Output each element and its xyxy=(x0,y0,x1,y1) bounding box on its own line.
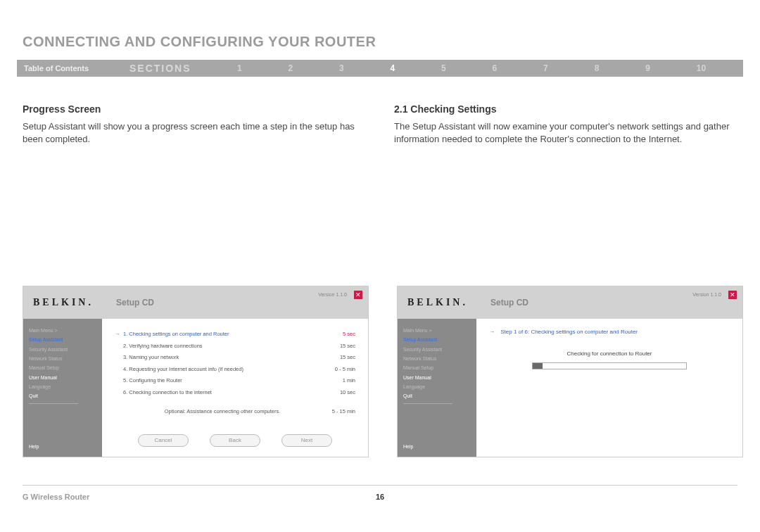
step-row-4: 4. Requesting your Internet account info… xyxy=(115,364,355,376)
page-title: CONNECTING AND CONFIGURING YOUR ROUTER xyxy=(0,0,760,60)
side-setup-assistant[interactable]: Setup Assistant xyxy=(403,335,471,344)
nav-num-6[interactable]: 6 xyxy=(493,63,498,73)
nav-numbers: 1 2 3 4 5 6 7 8 9 10 xyxy=(214,63,743,73)
step-row-5: 5. Configuring the Router 1 min xyxy=(115,375,355,387)
step-time: 0 - 5 min xyxy=(322,364,355,376)
side-security-assistant[interactable]: Security Assistant xyxy=(403,345,471,354)
arrow-icon: → xyxy=(115,329,123,341)
step-row-6: 6. Checking connection to the internet 1… xyxy=(115,387,355,399)
optional-label: Optional: Assistance connecting other co… xyxy=(165,408,281,414)
step-label: Requesting your Internet account info (i… xyxy=(129,364,322,376)
cancel-button[interactable]: Cancel xyxy=(138,434,189,447)
step-label: Checking connection to the internet xyxy=(129,387,322,399)
side-divider xyxy=(403,403,452,404)
shot2-version: Version 1.1.0 xyxy=(692,292,721,297)
side-help[interactable]: Help xyxy=(29,442,39,451)
shot2-main: → Step 1 of 6: Checking settings on comp… xyxy=(476,319,742,457)
side-user-manual[interactable]: User Manual xyxy=(29,373,96,382)
shot1-sidebar: Main Menu > Setup Assistant Security Ass… xyxy=(23,319,102,457)
optional-time: 5 - 15 min xyxy=(322,408,355,414)
side-language[interactable]: Language xyxy=(403,382,471,391)
back-button[interactable]: Back xyxy=(210,434,260,447)
side-quit[interactable]: Quit xyxy=(403,391,471,400)
optional-row: Optional: Assistance connecting other co… xyxy=(115,408,355,414)
right-heading: 2.1 Checking Settings xyxy=(394,103,737,115)
step-time: 15 sec xyxy=(322,341,355,353)
shot1-version: Version 1.1.0 xyxy=(318,292,347,297)
nav-num-1[interactable]: 1 xyxy=(237,63,242,73)
nav-toc-link[interactable]: Table of Contents xyxy=(17,64,129,72)
nav-num-9[interactable]: 9 xyxy=(645,63,650,73)
screenshot-progress: BELKIN. Setup CD Version 1.1.0 ✕ Main Me… xyxy=(23,286,369,457)
checking-message: Checking for connection to Router xyxy=(489,350,730,357)
step-time: 15 sec xyxy=(322,352,355,364)
shot2-subtitle: Setup CD xyxy=(490,298,528,308)
close-icon[interactable]: ✕ xyxy=(354,291,362,299)
side-divider xyxy=(29,403,78,404)
nav-num-4[interactable]: 4 xyxy=(391,63,395,73)
belkin-logo: BELKIN. xyxy=(23,297,116,308)
nav-sections-label: SECTIONS xyxy=(129,63,214,74)
step-time: 10 sec xyxy=(322,387,355,399)
step-num: 2. xyxy=(123,341,127,353)
nav-num-2[interactable]: 2 xyxy=(288,63,293,73)
progress-fill xyxy=(533,363,543,369)
step-row-3: 3. Naming your network 15 sec xyxy=(115,352,355,364)
checking-step-title: → Step 1 of 6: Checking settings on comp… xyxy=(489,329,730,335)
nav-num-8[interactable]: 8 xyxy=(595,63,600,73)
side-network-status[interactable]: Network Status xyxy=(403,354,471,363)
step-label: Naming your network xyxy=(129,352,322,364)
step-num: 1. xyxy=(123,329,127,341)
right-body: The Setup Assistant will now examine you… xyxy=(394,120,737,145)
section-nav-bar: Table of Contents SECTIONS 1 2 3 4 5 6 7… xyxy=(17,60,743,77)
step-time: 5 sec xyxy=(322,329,355,341)
nav-num-5[interactable]: 5 xyxy=(441,63,446,73)
side-help[interactable]: Help xyxy=(403,442,413,451)
step-label: Verifying hardware connections xyxy=(129,341,322,353)
step-num: 5. xyxy=(123,375,127,387)
arrow-icon: → xyxy=(489,329,495,335)
side-language[interactable]: Language xyxy=(29,382,96,391)
nav-num-10[interactable]: 10 xyxy=(697,63,706,73)
right-column: 2.1 Checking Settings The Setup Assistan… xyxy=(394,103,737,145)
left-heading: Progress Screen xyxy=(23,103,366,115)
step-row-1: → 1. Checking settings on computer and R… xyxy=(115,329,355,341)
shot1-main: → 1. Checking settings on computer and R… xyxy=(102,319,368,457)
shot1-header: BELKIN. Setup CD Version 1.1.0 ✕ xyxy=(23,286,368,319)
footer-product: G Wireless Router xyxy=(23,493,89,501)
shot1-subtitle: Setup CD xyxy=(116,298,154,308)
shot2-sidebar: Main Menu > Setup Assistant Security Ass… xyxy=(398,319,476,457)
step-time: 1 min xyxy=(322,375,355,387)
left-column: Progress Screen Setup Assistant will sho… xyxy=(23,103,366,145)
shot2-header: BELKIN. Setup CD Version 1.1.0 ✕ xyxy=(398,286,742,319)
left-body: Setup Assistant will show you a progress… xyxy=(23,120,366,145)
page-number: 16 xyxy=(376,493,384,501)
step-num: 4. xyxy=(123,364,127,376)
side-setup-assistant[interactable]: Setup Assistant xyxy=(29,335,96,344)
step-num: 6. xyxy=(123,387,127,399)
side-main-menu[interactable]: Main Menu > xyxy=(403,326,471,335)
side-manual-setup[interactable]: Manual Setup xyxy=(403,363,471,372)
belkin-logo: BELKIN. xyxy=(398,297,490,308)
step-label: Checking settings on computer and Router xyxy=(129,329,322,341)
step-row-2: 2. Verifying hardware connections 15 sec xyxy=(115,341,355,353)
step-num: 3. xyxy=(123,352,127,364)
next-button[interactable]: Next xyxy=(281,434,332,447)
close-icon[interactable]: ✕ xyxy=(728,291,737,299)
checking-step-title-text: Step 1 of 6: Checking settings on comput… xyxy=(500,329,638,335)
side-security-assistant[interactable]: Security Assistant xyxy=(29,345,96,354)
side-quit[interactable]: Quit xyxy=(29,391,96,400)
side-network-status[interactable]: Network Status xyxy=(29,354,96,363)
side-user-manual[interactable]: User Manual xyxy=(403,373,471,382)
nav-num-7[interactable]: 7 xyxy=(543,63,548,73)
side-manual-setup[interactable]: Manual Setup xyxy=(29,363,96,372)
page-footer: G Wireless Router 16 xyxy=(23,485,737,501)
nav-num-3[interactable]: 3 xyxy=(339,63,344,73)
progress-bar xyxy=(532,362,687,369)
step-label: Configuring the Router xyxy=(129,375,322,387)
side-main-menu[interactable]: Main Menu > xyxy=(29,326,96,335)
screenshot-checking: BELKIN. Setup CD Version 1.1.0 ✕ Main Me… xyxy=(397,286,743,457)
